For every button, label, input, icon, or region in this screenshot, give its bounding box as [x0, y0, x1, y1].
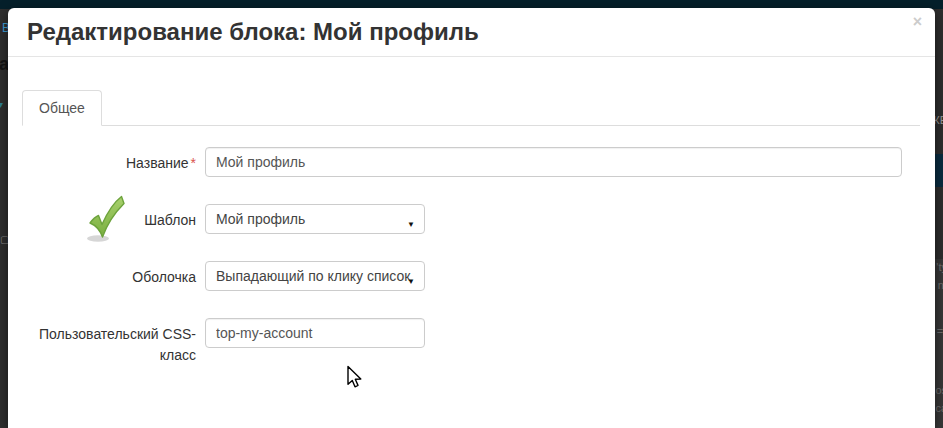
edit-block-modal: Редактирование блока: Мой профиль × Обще… — [8, 8, 935, 428]
required-asterisk: * — [191, 155, 196, 171]
wrapper-select-value: Выпадающий по клику список — [216, 268, 410, 284]
background-text-fragment: =" — [937, 326, 943, 337]
chevron-down-icon: ▼ — [407, 216, 415, 233]
form-row-template: Шаблон Мой профиль ▼ — [22, 204, 920, 234]
name-label-text: Название — [126, 155, 189, 171]
form-row-css-class: Пользовательский CSS-класс — [22, 318, 920, 366]
background-text-fragment: a — [0, 55, 8, 73]
template-label: Шаблон — [22, 204, 196, 231]
name-input[interactable] — [205, 147, 902, 177]
name-label: Название* — [22, 147, 196, 174]
background-text-fragment: 'ty — [936, 262, 943, 273]
modal-header: Редактирование блока: Мой профиль × — [8, 8, 935, 57]
background-icon-fragment: ▢ — [0, 235, 8, 245]
wrapper-select[interactable]: Выпадающий по клику список ▼ — [205, 261, 425, 291]
chevron-down-icon: ▼ — [407, 273, 415, 290]
screen: B a ▾ ▢ КЕ 'ty nt =" os ca Редактировани… — [0, 0, 943, 428]
background-text-fragment: КЕ — [935, 115, 943, 126]
wrapper-label: Оболочка — [22, 261, 196, 288]
tab-bar: Общее — [22, 90, 920, 126]
form-row-name: Название* — [22, 147, 920, 177]
template-select[interactable]: Мой профиль ▼ — [205, 204, 425, 234]
form-row-wrapper: Оболочка Выпадающий по клику список ▼ — [22, 261, 920, 291]
background-chevron-fragment: ▾ — [0, 100, 3, 110]
background-text-fragment: nt — [938, 280, 943, 291]
background-text-fragment: os — [935, 385, 943, 396]
tab-general[interactable]: Общее — [22, 90, 102, 126]
modal-title: Редактирование блока: Мой профиль — [27, 18, 479, 46]
background-right-strip: КЕ 'ty nt =" os ca — [935, 9, 943, 428]
css-class-input[interactable] — [205, 318, 425, 348]
close-icon[interactable]: × — [913, 14, 922, 30]
css-class-label: Пользовательский CSS-класс — [22, 318, 196, 366]
background-text-fragment: ca — [935, 403, 943, 414]
edit-block-form: Название* Шаблон Мой профиль ▼ Оболочка … — [22, 147, 920, 393]
template-select-value: Мой профиль — [216, 211, 305, 227]
background-left-strip: B a ▾ ▢ — [0, 9, 8, 428]
background-highlight-row — [935, 154, 943, 187]
